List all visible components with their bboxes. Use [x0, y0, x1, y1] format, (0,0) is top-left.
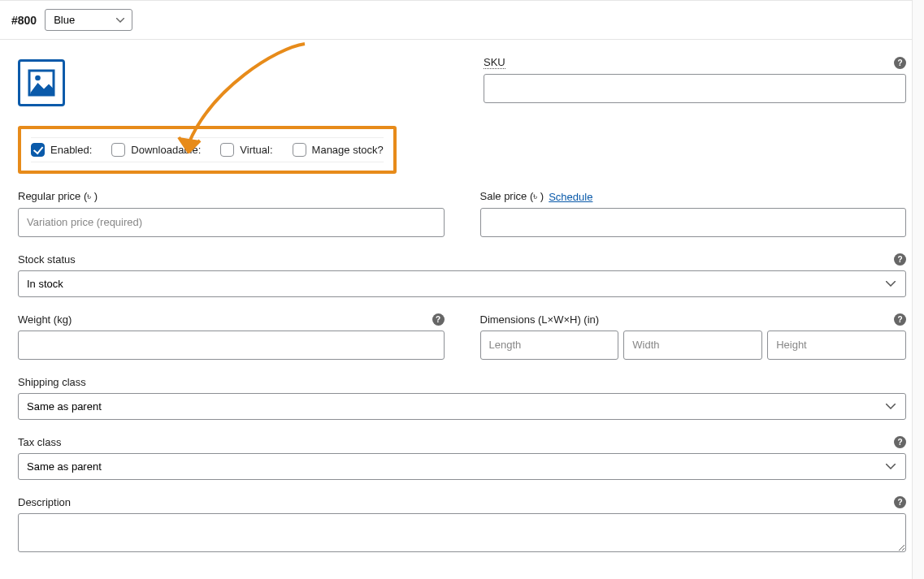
dimensions-label: Dimensions (L×W×H) (in) ? [480, 313, 907, 326]
regular-price-input[interactable] [18, 208, 445, 237]
weight-label: Weight (kg) ? [18, 313, 445, 326]
help-icon[interactable]: ? [894, 57, 906, 69]
variation-image-upload[interactable] [18, 59, 65, 106]
height-input[interactable] [767, 331, 906, 360]
attribute-select[interactable]: Blue [45, 9, 132, 31]
help-icon[interactable]: ? [432, 313, 445, 326]
weight-input[interactable] [18, 331, 445, 360]
stock-status-select[interactable]: In stock [18, 270, 906, 297]
length-input[interactable] [480, 331, 619, 360]
help-icon[interactable]: ? [894, 253, 906, 266]
width-input[interactable] [623, 331, 762, 360]
enabled-checkbox[interactable]: Enabled: [31, 143, 92, 157]
shipping-class-select[interactable]: Same as parent [18, 393, 906, 420]
description-label: Description ? [18, 496, 906, 508]
tax-class-label: Tax class ? [18, 436, 906, 448]
shipping-class-label: Shipping class [18, 376, 906, 388]
svg-point-1 [35, 76, 41, 81]
sku-input[interactable] [484, 74, 906, 103]
help-icon[interactable]: ? [894, 436, 906, 448]
sale-price-input[interactable] [480, 208, 907, 237]
help-icon[interactable]: ? [894, 313, 906, 326]
variation-options-highlighted: Enabled: Downloadable: Virtual: Manage s… [18, 126, 397, 174]
downloadable-checkbox[interactable]: Downloadable: [111, 143, 201, 157]
variation-header: #800 Blue [0, 0, 924, 40]
scrollbar[interactable] [912, 0, 924, 563]
variation-id: #800 [11, 14, 37, 27]
description-textarea[interactable] [18, 513, 906, 552]
schedule-link[interactable]: Schedule [549, 191, 592, 203]
sku-label: SKU ? [484, 56, 906, 69]
virtual-checkbox[interactable]: Virtual: [220, 143, 272, 157]
regular-price-label: Regular price (৳ ) [18, 190, 445, 203]
sale-price-label: Sale price (৳ ) Schedule [480, 190, 907, 203]
help-icon[interactable]: ? [894, 496, 906, 508]
manage-stock-checkbox[interactable]: Manage stock? [293, 143, 384, 157]
stock-status-label: Stock status ? [18, 253, 906, 266]
tax-class-select[interactable]: Same as parent [18, 453, 906, 480]
image-placeholder-icon [27, 68, 56, 97]
